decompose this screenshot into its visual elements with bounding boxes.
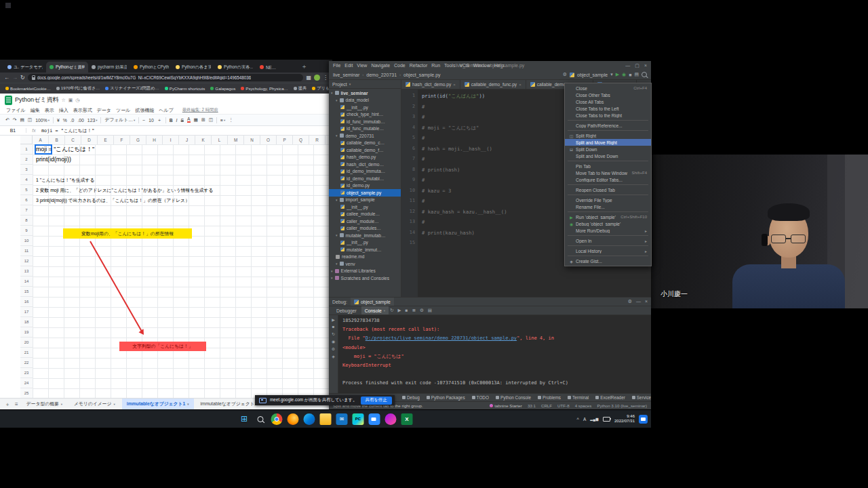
bookmark-item[interactable]: 援共	[294, 85, 307, 92]
build-icon[interactable]: ⚙	[563, 72, 567, 77]
bookmark-item[interactable]: Psychology, Physica…	[241, 86, 288, 91]
context-menu-item[interactable]: Local History▸	[565, 247, 651, 254]
taskbar-icon-edge[interactable]	[304, 413, 315, 425]
sheets-toolbar-button[interactable]: 123▾	[87, 118, 98, 123]
sheets-menu-item[interactable]: 編集	[31, 107, 40, 114]
context-menu-item[interactable]: ⊟Split Down	[565, 146, 651, 152]
project-item[interactable]: caller_module…	[329, 218, 401, 225]
browser-tab[interactable]: Pythonの各ま実…	[172, 62, 214, 73]
settings-gear-icon[interactable]: ⚙	[332, 346, 335, 351]
project-item[interactable]: ▾import_sample	[329, 197, 401, 204]
screen-share-tray-badge[interactable]	[639, 415, 648, 424]
tool-window-button[interactable]: Debug	[402, 395, 420, 400]
project-panel-header[interactable]: Project ▾	[329, 80, 401, 89]
row-header[interactable]: 23	[20, 368, 33, 378]
tabnine-widget[interactable]: tabnine Starter	[490, 403, 522, 408]
search-everywhere-icon[interactable]	[642, 72, 647, 77]
row-header[interactable]: 20	[20, 338, 33, 348]
column-header[interactable]: J	[179, 136, 195, 144]
column-header[interactable]: K	[195, 136, 212, 144]
project-item[interactable]: readme.md	[329, 253, 401, 261]
taskbar-icon-search[interactable]	[255, 413, 267, 425]
status-item[interactable]: Python 3.10 (live_seminar)	[597, 403, 647, 408]
name-box[interactable]: B1	[0, 128, 26, 133]
sheets-menu-item[interactable]: 表示形式	[73, 107, 92, 114]
project-item[interactable]: callable_demo_f…	[329, 146, 401, 154]
sheets-menu-item[interactable]: ファイル	[6, 107, 26, 114]
project-item[interactable]: id_func_mutable…	[329, 125, 401, 133]
pycharm-menu-help[interactable]: Help	[494, 63, 504, 68]
rerun-icon[interactable]: ↻	[332, 331, 335, 336]
column-header[interactable]: N	[244, 136, 260, 144]
project-item[interactable]: check_type_hint…	[329, 111, 401, 119]
bookmark-item[interactable]: プリも	[312, 85, 330, 92]
debug-pane-tab[interactable]: Debugger	[333, 306, 360, 314]
sheets-menu-item[interactable]: 挿入	[59, 107, 68, 114]
column-header[interactable]: O	[260, 136, 277, 144]
sheets-menu-item[interactable]: ヘルプ	[159, 107, 174, 114]
new-tab-button[interactable]: ＋	[301, 62, 307, 71]
settings-gear-icon[interactable]: ⚙	[420, 308, 424, 313]
star-icon[interactable]: ☆	[61, 98, 65, 103]
project-item[interactable]: __init__.py	[329, 203, 401, 211]
bookmark-item[interactable]: PyCharm shortcuts	[165, 86, 205, 91]
column-header[interactable]: B	[49, 136, 65, 144]
taskbar-icon-messenger[interactable]	[385, 413, 397, 425]
console-output[interactable]: 1852927834738Traceback (most recent call…	[338, 315, 651, 393]
context-menu-item[interactable]: Configure Editor Tabs...	[565, 176, 651, 183]
project-item[interactable]: object_sample.py	[329, 189, 401, 197]
context-menu-item[interactable]: Close Tabs to the Right	[565, 112, 651, 119]
row-header[interactable]: 8	[20, 216, 33, 226]
row-header[interactable]: 25	[20, 388, 33, 398]
close-icon[interactable]: ×	[644, 63, 647, 68]
context-menu-item[interactable]: Move Tab to New WindowShift+F4	[565, 169, 651, 176]
project-item[interactable]: ▾External Libraries	[329, 268, 401, 275]
row-header[interactable]: 1	[20, 144, 33, 155]
taskbar-icon-start[interactable]: ⊞	[239, 413, 250, 425]
debug-button[interactable]: ◉	[622, 72, 626, 77]
resume-icon[interactable]: ▶	[398, 308, 401, 313]
pycharm-menu-navigate[interactable]: Navigate	[371, 63, 390, 68]
resume-icon[interactable]: ▶	[332, 317, 335, 322]
sheets-toolbar-button[interactable]: .0	[71, 118, 75, 123]
taskbar-icon-zoom[interactable]	[369, 413, 380, 425]
row-header[interactable]: 17	[20, 307, 33, 317]
row-header[interactable]: 24	[20, 378, 33, 388]
context-menu-item[interactable]: ▶Run 'object_sample'Ctrl+Shift+F10	[565, 214, 651, 220]
column-header[interactable]: A	[33, 136, 49, 144]
sheets-toolbar-button[interactable]: I	[176, 118, 178, 123]
context-menu-item[interactable]: Reopen Closed Tab	[565, 186, 651, 193]
project-item[interactable]: ▾live_seminar	[329, 89, 401, 97]
row-header[interactable]: 5	[20, 185, 33, 195]
project-item[interactable]: __init__.py	[329, 239, 401, 247]
project-item[interactable]: ▾Scratches and Consoles	[329, 274, 401, 282]
all-sheets-button[interactable]: ≡	[14, 401, 20, 407]
row-header[interactable]: 21	[20, 348, 33, 358]
browser-tab[interactable]: ユ. データモデル…	[4, 62, 46, 73]
pycharm-menu-refactor[interactable]: Refactor	[410, 63, 427, 68]
project-item[interactable]: id_func_immutab…	[329, 118, 401, 125]
sheets-menu-item[interactable]: 拡張機能	[135, 107, 154, 114]
sheets-toolbar-button[interactable]: A	[187, 117, 191, 123]
profile-avatar[interactable]	[314, 75, 320, 81]
stop-sharing-button[interactable]: 共有を停止	[361, 396, 392, 405]
pycharm-menu-tools[interactable]: Tools	[444, 63, 455, 68]
rerun-icon[interactable]: ↻	[390, 308, 393, 313]
address-bar[interactable]: docs.google.com/spreadsheets/d/1wlMZY8mc…	[28, 74, 304, 81]
tool-window-button[interactable]: TODO	[472, 395, 489, 400]
row-header[interactable]: 6	[20, 195, 33, 205]
tool-window-button[interactable]: Python Packages	[427, 395, 465, 400]
pycharm-menu-view[interactable]: View	[357, 63, 367, 68]
ime-indicator[interactable]: A	[583, 417, 586, 422]
sheets-toolbar-button[interactable]: ⊞	[201, 117, 205, 123]
project-item[interactable]: hash_demo.py	[329, 154, 401, 161]
context-menu-item[interactable]: ◈Create Gist...	[565, 258, 651, 264]
sheets-toolbar-button[interactable]: ▦	[194, 117, 198, 123]
row-header[interactable]: 9	[20, 226, 33, 236]
hidden-icons-chevron[interactable]: ^	[577, 417, 579, 422]
close-panel-icon[interactable]: ×	[645, 299, 648, 304]
status-item[interactable]: 4 spaces	[575, 403, 592, 408]
project-item[interactable]: callee_module…	[329, 211, 401, 218]
bookmark-item[interactable]: BookmarkletCookie…	[5, 86, 51, 91]
taskbar-clock[interactable]: 9:46 2022/07/31	[614, 414, 635, 424]
